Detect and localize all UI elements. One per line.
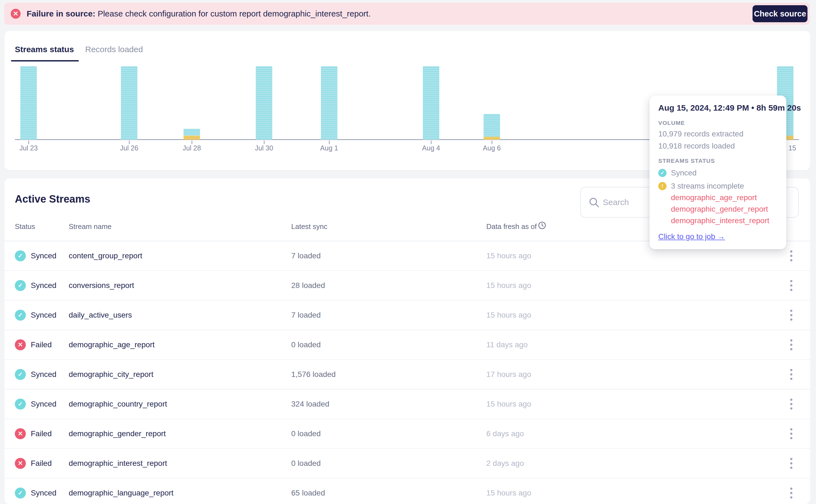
latest-sync-value: 1,576 loaded bbox=[291, 370, 336, 379]
row-menu-button[interactable] bbox=[787, 396, 795, 412]
stream-name: content_group_report bbox=[69, 251, 142, 260]
data-fresh-value: 15 hours ago bbox=[486, 400, 531, 408]
axis-tick bbox=[191, 141, 192, 144]
axis-tick bbox=[491, 141, 492, 144]
axis-tick-label: Jul 30 bbox=[255, 144, 273, 152]
tooltip-incomplete-label: 3 streams incomplete bbox=[671, 182, 744, 191]
chart-bar-jul-23[interactable] bbox=[20, 66, 37, 140]
axis-tick bbox=[28, 141, 29, 144]
status-synced-icon: ✓ bbox=[15, 250, 26, 261]
check-circle-icon: ✓ bbox=[658, 169, 667, 177]
status-synced-icon: ✓ bbox=[15, 399, 26, 410]
data-fresh-value: 6 days ago bbox=[486, 429, 524, 438]
axis-tick-label: Aug 6 bbox=[483, 144, 501, 152]
axis-tick bbox=[129, 141, 130, 144]
status-label: Synced bbox=[31, 489, 56, 497]
stream-name: demographic_interest_report bbox=[69, 459, 167, 468]
row-menu-button[interactable] bbox=[787, 307, 795, 323]
latest-sync-value: 0 loaded bbox=[291, 429, 321, 438]
status-failed-icon: ✕ bbox=[15, 458, 26, 469]
table-row-conversions_report: ✓Syncedconversions_report28 loaded15 hou… bbox=[4, 271, 810, 301]
status-failed-icon: ✕ bbox=[15, 428, 26, 439]
axis-tick-label: Jul 28 bbox=[183, 144, 201, 152]
error-banner-message: Failure in source: Please check configur… bbox=[27, 9, 371, 18]
status-label: Failed bbox=[31, 459, 52, 468]
axis-tick-label: Jul 23 bbox=[19, 144, 38, 152]
axis-tick bbox=[329, 141, 330, 144]
chart-bar-aug-4[interactable] bbox=[423, 66, 439, 140]
chart-bar-aug-1[interactable] bbox=[321, 66, 337, 140]
row-menu-button[interactable] bbox=[787, 277, 795, 294]
latest-sync-value: 324 loaded bbox=[291, 400, 329, 408]
latest-sync-value: 28 loaded bbox=[291, 281, 325, 290]
bar-synced-segment bbox=[183, 129, 200, 136]
data-fresh-value: 11 days ago bbox=[486, 340, 528, 349]
clock-icon bbox=[538, 221, 546, 230]
stream-name: daily_active_users bbox=[69, 311, 132, 320]
col-header-stream-name: Stream name bbox=[69, 222, 111, 231]
status-synced-icon: ✓ bbox=[15, 310, 26, 321]
table-row-demographic_city_report: ✓Synceddemographic_city_report1,576 load… bbox=[4, 360, 810, 390]
chart-bar-jul-26[interactable] bbox=[121, 66, 137, 140]
streams-table: ✓Syncedcontent_group_report7 loaded15 ho… bbox=[4, 241, 810, 504]
go-to-job-link[interactable]: Click to go to job → bbox=[658, 232, 725, 241]
active-streams-title: Active Streams bbox=[15, 193, 90, 205]
latest-sync-value: 7 loaded bbox=[291, 311, 321, 320]
sync-tooltip: Aug 15, 2024, 12:49 PM • 8h 59m 20s VOLU… bbox=[650, 96, 786, 249]
sync-dashboard-page: ✕ Failure in source: Please check config… bbox=[0, 0, 816, 504]
axis-tick bbox=[431, 141, 432, 144]
chart-bar-jul-30[interactable] bbox=[256, 66, 272, 140]
incomplete-stream-link[interactable]: demographic_interest_report bbox=[671, 216, 778, 225]
status-label: Failed bbox=[31, 429, 52, 438]
tooltip-records-loaded: 10,918 records loaded bbox=[658, 142, 778, 150]
row-menu-button[interactable] bbox=[787, 485, 795, 501]
data-fresh-value: 15 hours ago bbox=[486, 489, 531, 497]
tooltip-volume-label: VOLUME bbox=[658, 120, 778, 126]
tooltip-records-extracted: 10,979 records extracted bbox=[658, 130, 778, 138]
chart-bar-jul-28[interactable] bbox=[183, 129, 200, 140]
status-label: Synced bbox=[31, 400, 56, 408]
incomplete-stream-link[interactable]: demographic_age_report bbox=[671, 193, 778, 202]
bar-incomplete-segment bbox=[183, 136, 200, 140]
incomplete-stream-link[interactable]: demographic_gender_report bbox=[671, 205, 778, 214]
status-synced-icon: ✓ bbox=[15, 369, 26, 380]
stream-name: demographic_gender_report bbox=[69, 429, 166, 438]
data-fresh-value: 15 hours ago bbox=[486, 251, 531, 260]
table-row-demographic_gender_report: ✕Faileddemographic_gender_report0 loaded… bbox=[4, 419, 810, 449]
bar-synced-segment bbox=[321, 66, 337, 140]
table-row-daily_active_users: ✓Synceddaily_active_users7 loaded15 hour… bbox=[4, 301, 810, 330]
table-row-demographic_interest_report: ✕Faileddemographic_interest_report0 load… bbox=[4, 449, 810, 478]
axis-tick-label: Aug 1 bbox=[320, 144, 338, 152]
row-menu-button[interactable] bbox=[787, 425, 795, 442]
table-row-demographic_country_report: ✓Synceddemographic_country_report324 loa… bbox=[4, 390, 810, 419]
data-fresh-value: 15 hours ago bbox=[486, 281, 531, 290]
tooltip-synced-label: Synced bbox=[671, 169, 697, 177]
status-label: Synced bbox=[31, 251, 56, 260]
stream-name: demographic_language_report bbox=[69, 489, 173, 497]
table-row-demographic_language_report: ✓Synceddemographic_language_report65 loa… bbox=[4, 478, 810, 504]
bar-synced-segment bbox=[483, 114, 500, 137]
data-fresh-value: 2 days ago bbox=[486, 459, 524, 468]
latest-sync-value: 0 loaded bbox=[291, 340, 321, 349]
status-label: Synced bbox=[31, 370, 56, 379]
check-source-button[interactable]: Check source bbox=[753, 5, 807, 22]
error-banner-message-bold: Failure in source: bbox=[27, 9, 95, 18]
status-label: Synced bbox=[31, 311, 56, 320]
row-menu-button[interactable] bbox=[787, 337, 795, 353]
axis-tick bbox=[264, 141, 265, 144]
row-menu-button[interactable] bbox=[787, 455, 795, 472]
status-synced-icon: ✓ bbox=[15, 488, 26, 499]
stream-name: conversions_report bbox=[69, 281, 134, 290]
bar-incomplete-segment bbox=[483, 137, 500, 140]
row-menu-button[interactable] bbox=[787, 366, 795, 383]
col-header-data-fresh: Data fresh as of bbox=[486, 222, 537, 231]
chart-bar-aug-6[interactable] bbox=[483, 114, 500, 140]
status-label: Failed bbox=[31, 340, 52, 349]
axis-tick-label: Aug 4 bbox=[422, 144, 440, 152]
tooltip-incomplete-row: ! 3 streams incomplete bbox=[658, 182, 778, 191]
table-row-demographic_age_report: ✕Faileddemographic_age_report0 loaded11 … bbox=[4, 330, 810, 360]
stream-name: demographic_country_report bbox=[69, 400, 167, 408]
tooltip-streams-status-label: STREAMS STATUS bbox=[658, 158, 778, 164]
tooltip-synced-row: ✓ Synced bbox=[658, 169, 778, 177]
row-menu-button[interactable] bbox=[787, 248, 795, 264]
